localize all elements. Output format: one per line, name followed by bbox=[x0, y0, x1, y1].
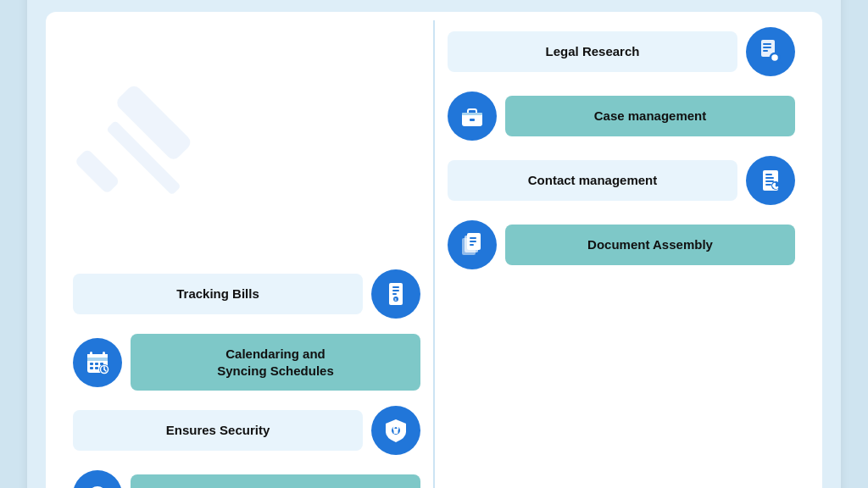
svg-rect-37 bbox=[90, 363, 93, 365]
svg-rect-16 bbox=[765, 180, 774, 182]
item-legal-research: Legal Research bbox=[448, 27, 795, 76]
svg-rect-26 bbox=[392, 286, 399, 288]
svg-rect-34 bbox=[87, 358, 108, 361]
search-doc-icon bbox=[746, 27, 795, 76]
item-document-assembly: Document Assembly bbox=[448, 220, 795, 269]
svg-rect-28 bbox=[392, 293, 397, 295]
svg-rect-11 bbox=[470, 119, 475, 121]
svg-rect-38 bbox=[95, 363, 98, 365]
label-legal-research: Legal Research bbox=[448, 31, 737, 72]
main-container: Benefits of LEGAL PRACTICE MANAGEMENT So… bbox=[27, 0, 841, 488]
briefcase-icon bbox=[448, 92, 497, 141]
svg-line-8 bbox=[778, 61, 782, 64]
svg-rect-41 bbox=[95, 367, 98, 369]
svg-rect-2 bbox=[106, 120, 181, 196]
shield-icon bbox=[371, 406, 420, 455]
item-case-management: Case management bbox=[448, 92, 795, 141]
item-cloud-facility: Cloud Facility bbox=[73, 470, 420, 488]
content-area: Legal Research bbox=[46, 12, 822, 488]
item-ensures-security: Ensures Security bbox=[73, 406, 420, 455]
item-tracking-bills: Tracking Bills $ bbox=[73, 269, 420, 319]
documents-icon bbox=[448, 220, 497, 269]
item-calendaring: Calendaring and Syncing Schedules bbox=[73, 334, 420, 391]
right-column: Tracking Bills $ bbox=[59, 269, 434, 488]
svg-rect-36 bbox=[103, 352, 105, 357]
svg-rect-22 bbox=[470, 237, 476, 239]
item-contact-management: Contact management bbox=[448, 156, 795, 205]
watermark bbox=[59, 27, 434, 269]
svg-rect-17 bbox=[765, 184, 771, 186]
label-ensures-security: Ensures Security bbox=[73, 410, 363, 451]
label-tracking-bills: Tracking Bills bbox=[73, 274, 363, 314]
svg-rect-5 bbox=[763, 47, 771, 48]
svg-rect-24 bbox=[470, 244, 474, 246]
svg-rect-12 bbox=[462, 113, 482, 115]
svg-rect-27 bbox=[392, 290, 399, 291]
cloud-icon bbox=[73, 470, 122, 488]
svg-rect-6 bbox=[763, 50, 768, 52]
label-calendaring: Calendaring and Syncing Schedules bbox=[131, 334, 420, 391]
label-document-assembly: Document Assembly bbox=[505, 225, 795, 265]
svg-rect-4 bbox=[763, 43, 771, 45]
svg-rect-15 bbox=[765, 177, 774, 179]
svg-rect-23 bbox=[470, 241, 476, 242]
svg-rect-1 bbox=[74, 148, 120, 194]
svg-rect-40 bbox=[90, 367, 93, 369]
phonebook-icon bbox=[746, 156, 795, 205]
label-case-management: Case management bbox=[505, 96, 795, 136]
svg-rect-14 bbox=[765, 174, 772, 175]
label-cloud-facility: Cloud Facility bbox=[131, 474, 420, 488]
svg-rect-0 bbox=[114, 83, 193, 162]
calendar-icon bbox=[73, 338, 122, 387]
receipt-icon: $ bbox=[371, 269, 420, 319]
svg-rect-35 bbox=[90, 352, 92, 357]
label-contact-management: Contact management bbox=[448, 160, 737, 201]
left-column: Legal Research bbox=[434, 27, 809, 269]
